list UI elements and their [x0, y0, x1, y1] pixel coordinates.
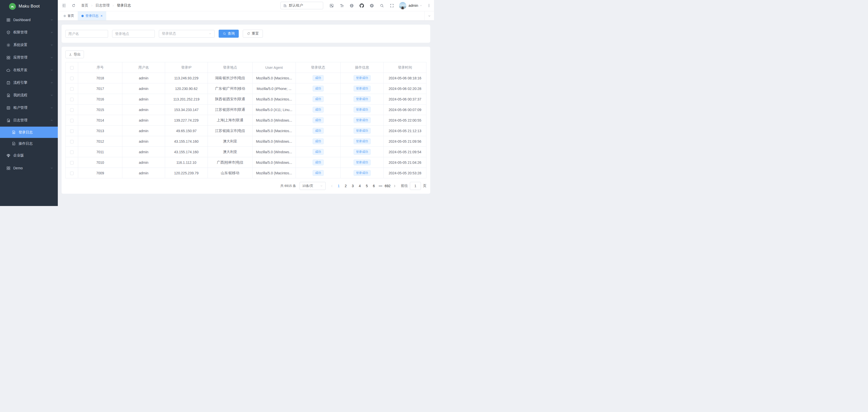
sidebar-item-system-settings[interactable]: 系统设置	[0, 39, 58, 51]
sidebar-item-log-management[interactable]: 日志管理	[0, 114, 58, 127]
cell-id: 7017	[78, 84, 122, 94]
page-3-button[interactable]: 3	[349, 182, 356, 190]
sidebar-item-demo[interactable]: Demo	[0, 162, 58, 175]
row-checkbox[interactable]	[70, 87, 74, 91]
sidebar-subitem-operation-log[interactable]: 操作日志	[0, 138, 58, 149]
sidebar-item-label: Dashboard	[13, 18, 31, 22]
cell-username: admin	[122, 126, 165, 136]
cell-status: 成功	[296, 126, 341, 136]
gitee-icon[interactable]	[370, 3, 374, 8]
app-logo[interactable]: Maku Boot	[0, 0, 58, 12]
app-title: Maku Boot	[19, 4, 40, 9]
sidebar-item-label: Demo	[13, 166, 23, 170]
sidebar-item-enterprise[interactable]: 企业版	[0, 149, 58, 162]
globe-icon[interactable]	[349, 3, 354, 8]
row-checkbox[interactable]	[70, 140, 74, 144]
sidebar-item-label: 日志管理	[13, 118, 27, 123]
apps-icon	[6, 166, 10, 170]
doc-user-icon	[11, 130, 16, 134]
gear-icon	[6, 43, 10, 47]
sidebar-item-dashboard[interactable]: Dashboard	[0, 13, 58, 26]
next-page-button[interactable]	[391, 182, 398, 190]
breadcrumb-home[interactable]: 首页	[81, 3, 88, 8]
sidebar-item-flow-engine[interactable]: 流程引擎	[0, 76, 58, 89]
status-filter-select[interactable]: 登录状态	[159, 30, 215, 38]
refresh-page-icon[interactable]	[72, 3, 75, 7]
prev-page-button[interactable]	[329, 182, 335, 190]
page-4-button[interactable]: 4	[356, 182, 363, 190]
row-checkbox[interactable]	[70, 151, 74, 154]
row-checkbox[interactable]	[70, 98, 74, 101]
cell-operation: 登录成功	[341, 115, 384, 126]
user-menu[interactable]: admin	[399, 2, 423, 9]
header-icon-group	[330, 3, 394, 8]
page-6-button[interactable]: 6	[370, 182, 377, 190]
page-2-button[interactable]: 2	[342, 182, 349, 190]
cell-id: 7009	[78, 168, 122, 178]
sidebar-subitem-login-log[interactable]: 登录日志	[0, 127, 58, 138]
cell-status: 成功	[296, 168, 341, 178]
goto-page-input[interactable]	[410, 182, 421, 190]
row-checkbox[interactable]	[70, 76, 74, 80]
tenant-value: 默认租户	[289, 3, 303, 8]
tabs-dropdown-button[interactable]	[425, 11, 434, 20]
table-row: 7018admin113.246.93.229湖南省|长沙市|电信Mozilla…	[66, 73, 427, 84]
tab-close-icon[interactable]: ×	[100, 14, 102, 18]
cell-time: 2024-05-05 21:12:13	[384, 126, 427, 136]
tab-login-log[interactable]: 登录日志×	[78, 11, 106, 20]
chevron-down-icon	[50, 43, 53, 46]
breadcrumb-section[interactable]: 日志管理	[95, 3, 110, 8]
status-badge: 成功	[313, 138, 324, 144]
row-checkbox[interactable]	[70, 108, 74, 112]
row-checkbox[interactable]	[70, 119, 74, 122]
sidebar-subitem-label: 登录日志	[19, 130, 33, 135]
font-size-icon[interactable]	[340, 3, 344, 8]
reset-button-label: 重置	[252, 31, 259, 36]
cell-location: 山东省|移动	[208, 168, 253, 178]
tenant-select[interactable]: 默认租户	[280, 2, 323, 9]
apps-icon	[6, 56, 10, 60]
sidebar-item-tenant-management[interactable]: 租户管理	[0, 101, 58, 114]
search-button[interactable]: 查询	[219, 30, 239, 38]
search-icon[interactable]	[380, 3, 384, 8]
username-filter-input[interactable]	[65, 30, 108, 38]
github-icon[interactable]	[360, 3, 364, 8]
page-5-button[interactable]: 5	[363, 182, 370, 190]
cell-time: 2024-05-06 00:37:37	[384, 94, 427, 104]
row-checkbox[interactable]	[70, 161, 74, 164]
fullscreen-icon[interactable]	[390, 3, 394, 8]
shield-check-icon	[6, 30, 10, 35]
cell-user-agent: Mozilla/5.0 (X11; Linu...	[253, 104, 296, 115]
translate-icon[interactable]	[330, 3, 334, 8]
sidebar-item-permission[interactable]: 权限管理	[0, 26, 58, 39]
sidebar-item-my-flow[interactable]: 我的流程	[0, 89, 58, 101]
row-checkbox[interactable]	[70, 129, 74, 133]
collapse-sidebar-icon[interactable]	[62, 3, 66, 8]
cell-status: 成功	[296, 104, 341, 115]
reset-button[interactable]: 重置	[243, 30, 263, 38]
sidebar-item-label: 系统设置	[13, 43, 27, 47]
pagination-total: 共 6915 条	[280, 184, 296, 188]
kebab-menu-icon[interactable]	[427, 3, 431, 7]
location-filter-input[interactable]	[112, 30, 155, 38]
sidebar-item-online-dev[interactable]: 在线开发	[0, 64, 58, 76]
sidebar-item-app-management[interactable]: 应用管理	[0, 51, 58, 64]
topbar-actions: 默认租户 admin	[280, 2, 431, 9]
row-checkbox[interactable]	[70, 171, 74, 175]
page-size-select[interactable]: 10条/页	[300, 182, 326, 190]
page-692-button[interactable]: 692	[384, 182, 391, 190]
cell-ip: 113.201.252.219	[165, 94, 208, 104]
cell-id: 7011	[78, 147, 122, 157]
status-badge: 成功	[313, 149, 324, 155]
page-1-button[interactable]: 1	[335, 182, 342, 190]
tab-dot	[82, 15, 84, 17]
cell-username: admin	[122, 157, 165, 168]
page-number-list: 123456•••692	[335, 182, 391, 190]
breadcrumb-current: 登录日志	[117, 3, 131, 8]
table-row: 7013admin49.65.150.97江苏省|南京市|电信Mozilla/5…	[66, 126, 427, 136]
chevron-down-icon	[50, 94, 53, 97]
select-all-checkbox[interactable]	[70, 66, 74, 70]
cell-location: 澳大利亚	[208, 147, 253, 157]
tab-home[interactable]: 首页	[60, 11, 78, 20]
export-button[interactable]: 导出	[65, 51, 84, 58]
